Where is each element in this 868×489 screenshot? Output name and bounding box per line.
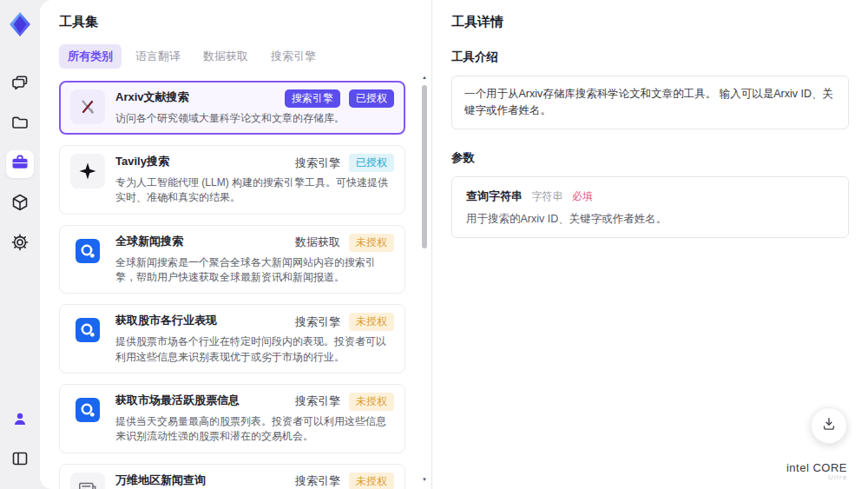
sidebar-item-panel-toggle[interactable] <box>6 446 34 474</box>
category-tabs: 所有类别语言翻译数据获取搜索引擎 <box>59 44 416 69</box>
tool-card[interactable]: 万维地区新闻查询搜索引擎未授权查询具体行政区划内的新闻，快速了解各地新闻动 <box>59 464 405 489</box>
tool-description: 专为人工智能代理 (LLM) 构建的搜索引擎工具。可快速提供实时、准确和真实的结… <box>115 175 394 206</box>
tool-intro-text: 一个用于从Arxiv存储库搜索科学论文和文章的工具。 输入可以是Arxiv ID… <box>451 76 849 129</box>
tab-数据获取[interactable]: 数据获取 <box>194 44 257 69</box>
tool-category-badge: 搜索引擎 <box>285 89 340 108</box>
tool-auth-badge: 未授权 <box>349 234 394 252</box>
parameter-required-badge: 必填 <box>572 190 593 202</box>
details-panel: 工具详情 工具介绍 一个用于从Arxiv存储库搜索科学论文和文章的工具。 输入可… <box>432 0 868 489</box>
tool-title: 万维地区新闻查询 <box>115 472 206 488</box>
parameter-type: 字符串 <box>531 190 562 202</box>
sidebar <box>0 0 40 489</box>
tool-description: 全球新闻搜索是一个聚合全球各大新闻网站内容的搜索引擎，帮助用户快速获取全球最新资… <box>115 255 394 286</box>
app-window: 工具集 所有类别语言翻译数据获取搜索引擎 Arxiv文献搜索搜索引擎已授权访问各… <box>0 0 868 489</box>
brand-text: intel CORE <box>786 462 847 474</box>
tool-title: Arxiv文献搜索 <box>115 89 189 105</box>
arxiv-logo-icon <box>70 89 105 124</box>
scrollbar-thumb[interactable] <box>422 85 427 248</box>
blue-search-icon <box>70 313 105 347</box>
tool-card[interactable]: 获取市场最活跃股票信息搜索引擎未授权提供当天交易量最高的股票列表。投资者可以利用… <box>59 384 405 453</box>
chat-icon <box>10 72 30 96</box>
parameter-description: 用于搜索的Arxiv ID、关键字或作者姓名。 <box>466 212 834 227</box>
tool-auth-badge: 已授权 <box>349 89 394 108</box>
tool-card[interactable]: 全球新闻搜索数据获取未授权全球新闻搜索是一个聚合全球各大新闻网站内容的搜索引擎，… <box>59 225 405 294</box>
sidebar-item-files[interactable] <box>6 110 34 138</box>
sidebar-item-settings[interactable] <box>6 230 34 258</box>
tool-description: 访问各个研究领域大量科学论文和文章的存储库。 <box>115 111 394 126</box>
tool-description: 提供当天交易量最高的股票列表。投资者可以利用这些信息来识别流动性强的股票和潜在的… <box>115 414 394 445</box>
tools-panel-title: 工具集 <box>59 14 416 30</box>
sidebar-item-profile[interactable] <box>6 406 34 434</box>
four-point-star-icon <box>70 154 105 188</box>
sidebar-item-packages[interactable] <box>6 190 34 218</box>
main-content: 工具集 所有类别语言翻译数据获取搜索引擎 Arxiv文献搜索搜索引擎已授权访问各… <box>40 0 868 489</box>
tool-auth-badge: 已授权 <box>349 154 394 172</box>
tool-title: 获取市场最活跃股票信息 <box>115 393 240 408</box>
folder-icon <box>10 112 30 136</box>
parameter-name: 查询字符串 <box>466 189 523 202</box>
sidebar-item-tools[interactable] <box>6 150 34 178</box>
tool-category-badge: 数据获取 <box>295 235 340 250</box>
tool-category-badge: 搜索引擎 <box>295 155 340 171</box>
tool-title: Tavily搜索 <box>115 154 169 169</box>
tab-语言翻译[interactable]: 语言翻译 <box>127 44 189 69</box>
download-button[interactable] <box>811 407 847 444</box>
parameter-header: 查询字符串 字符串 必填 <box>466 188 834 204</box>
tool-category-badge: 搜索引擎 <box>295 314 340 330</box>
tool-card[interactable]: 获取股市各行业表现搜索引擎未授权提供股票市场各个行业在特定时间段内的表现。投资者… <box>59 304 405 373</box>
tool-card[interactable]: Tavily搜索搜索引擎已授权专为人工智能代理 (LLM) 构建的搜索引擎工具。… <box>59 145 405 215</box>
brand-subtext: Ultra <box>786 474 847 482</box>
newspaper-icon <box>70 472 105 489</box>
list-scrollbar[interactable]: ▲ ▼ <box>420 75 429 482</box>
tab-所有类别[interactable]: 所有类别 <box>59 44 122 69</box>
scroll-up-arrow[interactable]: ▲ <box>420 75 429 80</box>
tool-title: 获取股市各行业表现 <box>115 313 217 328</box>
tool-card-list: Arxiv文献搜索搜索引擎已授权访问各个研究领域大量科学论文和文章的存储库。 T… <box>59 81 416 489</box>
scroll-down-arrow[interactable]: ▼ <box>420 477 429 482</box>
tool-category-badge: 搜索引擎 <box>295 473 340 489</box>
sidebar-item-chat[interactable] <box>6 70 34 98</box>
tool-card[interactable]: Arxiv文献搜索搜索引擎已授权访问各个研究领域大量科学论文和文章的存储库。 <box>59 81 405 135</box>
details-panel-title: 工具详情 <box>451 14 849 30</box>
params-heading: 参数 <box>451 150 849 166</box>
gear-icon <box>10 232 30 256</box>
cube-icon <box>10 192 30 216</box>
blue-search-icon <box>70 393 105 427</box>
tool-auth-badge: 未授权 <box>349 472 394 489</box>
app-logo-icon <box>6 10 34 38</box>
download-icon <box>820 415 838 436</box>
panel-toggle-icon <box>10 448 30 472</box>
tool-category-badge: 搜索引擎 <box>295 393 340 409</box>
tool-title: 全球新闻搜索 <box>115 234 183 249</box>
tools-panel: 工具集 所有类别语言翻译数据获取搜索引擎 Arxiv文献搜索搜索引擎已授权访问各… <box>40 0 432 489</box>
parameter-item: 查询字符串 字符串 必填 用于搜索的Arxiv ID、关键字或作者姓名。 <box>451 176 849 238</box>
user-icon <box>10 409 30 432</box>
briefcase-icon <box>10 152 30 176</box>
tab-搜索引擎[interactable]: 搜索引擎 <box>262 44 325 69</box>
tool-description: 提供股票市场各个行业在特定时间段内的表现。投资者可以利用这些信息来识别表现优于或… <box>115 334 394 365</box>
intel-core-logo: intel CORE Ultra <box>786 462 847 482</box>
tool-auth-badge: 未授权 <box>349 313 394 331</box>
intro-heading: 工具介绍 <box>451 50 849 65</box>
tool-auth-badge: 未授权 <box>349 393 394 411</box>
blue-search-icon <box>70 234 105 268</box>
